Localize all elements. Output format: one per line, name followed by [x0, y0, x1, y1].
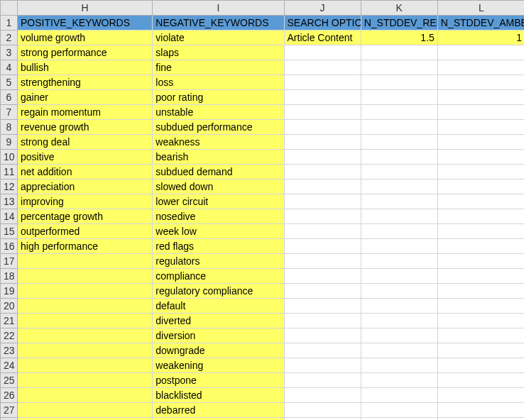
cell-H19[interactable]	[18, 284, 153, 299]
cell-K19[interactable]	[361, 284, 437, 299]
cell-I13[interactable]: lower circuit	[153, 194, 284, 209]
cell-J7[interactable]	[284, 105, 361, 120]
cell-I2[interactable]: violate	[153, 31, 284, 45]
cell-J28[interactable]	[284, 418, 361, 421]
cell-I3[interactable]: slaps	[153, 45, 284, 60]
cell-J21[interactable]	[284, 314, 361, 328]
cell-I26[interactable]: blacklisted	[153, 388, 284, 403]
cell-K2[interactable]: 1.5	[361, 31, 437, 45]
cell-H9[interactable]: strong deal	[18, 135, 153, 150]
row-header-8[interactable]: 8	[1, 120, 18, 135]
column-header-H[interactable]: H	[18, 1, 153, 16]
cell-K17[interactable]	[361, 254, 437, 269]
cell-L28[interactable]	[437, 418, 524, 421]
cell-K3[interactable]	[361, 45, 437, 60]
cell-H18[interactable]	[18, 269, 153, 284]
cell-L27[interactable]	[437, 403, 524, 418]
cell-H27[interactable]	[18, 403, 153, 418]
row-header-28[interactable]: 28	[1, 418, 18, 421]
row-header-3[interactable]: 3	[1, 45, 18, 60]
cell-H2[interactable]: volume growth	[18, 31, 153, 45]
cell-K20[interactable]	[361, 299, 437, 314]
cell-K6[interactable]	[361, 90, 437, 105]
cell-I28[interactable]: termination	[153, 418, 284, 421]
cell-L12[interactable]	[437, 179, 524, 194]
cell-J5[interactable]	[284, 75, 361, 90]
cell-J22[interactable]	[284, 328, 361, 343]
row-header-16[interactable]: 16	[1, 239, 18, 254]
cell-I16[interactable]: red flags	[153, 239, 284, 254]
cell-K26[interactable]	[361, 388, 437, 403]
cell-H15[interactable]: outperformed	[18, 224, 153, 239]
cell-L9[interactable]	[437, 135, 524, 150]
cell-L25[interactable]	[437, 373, 524, 388]
cell-J27[interactable]	[284, 403, 361, 418]
cell-I27[interactable]: debarred	[153, 403, 284, 418]
cell-K5[interactable]	[361, 75, 437, 90]
cell-K12[interactable]	[361, 179, 437, 194]
cell-K1[interactable]: N_STDDEV_RED	[361, 16, 437, 31]
cell-I14[interactable]: nosedive	[153, 209, 284, 224]
row-header-25[interactable]: 25	[1, 373, 18, 388]
column-header-K[interactable]: K	[361, 1, 437, 16]
row-header-1[interactable]: 1	[1, 16, 18, 31]
cell-H26[interactable]	[18, 388, 153, 403]
cell-I12[interactable]: slowed down	[153, 179, 284, 194]
cell-K25[interactable]	[361, 373, 437, 388]
cell-H25[interactable]	[18, 373, 153, 388]
cell-H24[interactable]	[18, 358, 153, 373]
cell-K28[interactable]	[361, 418, 437, 421]
cell-I21[interactable]: diverted	[153, 314, 284, 328]
spreadsheet-grid[interactable]: HIJKL1POSITIVE_KEYWORDSNEGATIVE_KEYWORDS…	[0, 0, 524, 420]
row-header-5[interactable]: 5	[1, 75, 18, 90]
row-header-2[interactable]: 2	[1, 31, 18, 45]
row-header-20[interactable]: 20	[1, 299, 18, 314]
row-header-27[interactable]: 27	[1, 403, 18, 418]
row-header-24[interactable]: 24	[1, 358, 18, 373]
cell-L2[interactable]: 1	[437, 31, 524, 45]
cell-J24[interactable]	[284, 358, 361, 373]
cell-I25[interactable]: postpone	[153, 373, 284, 388]
cell-J11[interactable]	[284, 165, 361, 179]
row-header-7[interactable]: 7	[1, 105, 18, 120]
cell-I7[interactable]: unstable	[153, 105, 284, 120]
row-header-14[interactable]: 14	[1, 209, 18, 224]
row-header-26[interactable]: 26	[1, 388, 18, 403]
cell-K9[interactable]	[361, 135, 437, 150]
cell-K24[interactable]	[361, 358, 437, 373]
cell-L20[interactable]	[437, 299, 524, 314]
cell-I11[interactable]: subdued demand	[153, 165, 284, 179]
cell-H28[interactable]	[18, 418, 153, 421]
column-header-L[interactable]: L	[437, 1, 524, 16]
cell-L26[interactable]	[437, 388, 524, 403]
row-header-23[interactable]: 23	[1, 343, 18, 358]
cell-J17[interactable]	[284, 254, 361, 269]
cell-J16[interactable]	[284, 239, 361, 254]
cell-L11[interactable]	[437, 165, 524, 179]
cell-I4[interactable]: fine	[153, 60, 284, 75]
cell-I6[interactable]: poor rating	[153, 90, 284, 105]
cell-L23[interactable]	[437, 343, 524, 358]
cell-I23[interactable]: downgrade	[153, 343, 284, 358]
cell-J18[interactable]	[284, 269, 361, 284]
cell-H23[interactable]	[18, 343, 153, 358]
cell-L10[interactable]	[437, 150, 524, 165]
cell-H4[interactable]: bullish	[18, 60, 153, 75]
cell-I24[interactable]: weakening	[153, 358, 284, 373]
cell-I10[interactable]: bearish	[153, 150, 284, 165]
cell-H12[interactable]: appreciation	[18, 179, 153, 194]
cell-L13[interactable]	[437, 194, 524, 209]
cell-J26[interactable]	[284, 388, 361, 403]
cell-K4[interactable]	[361, 60, 437, 75]
cell-I20[interactable]: default	[153, 299, 284, 314]
cell-J19[interactable]	[284, 284, 361, 299]
cell-L8[interactable]	[437, 120, 524, 135]
cell-L7[interactable]	[437, 105, 524, 120]
cell-J4[interactable]	[284, 60, 361, 75]
column-header-I[interactable]: I	[153, 1, 284, 16]
cell-J10[interactable]	[284, 150, 361, 165]
cell-I15[interactable]: week low	[153, 224, 284, 239]
cell-J13[interactable]	[284, 194, 361, 209]
cell-I19[interactable]: regulatory compliance	[153, 284, 284, 299]
cell-J2[interactable]: Article Content	[284, 31, 361, 45]
